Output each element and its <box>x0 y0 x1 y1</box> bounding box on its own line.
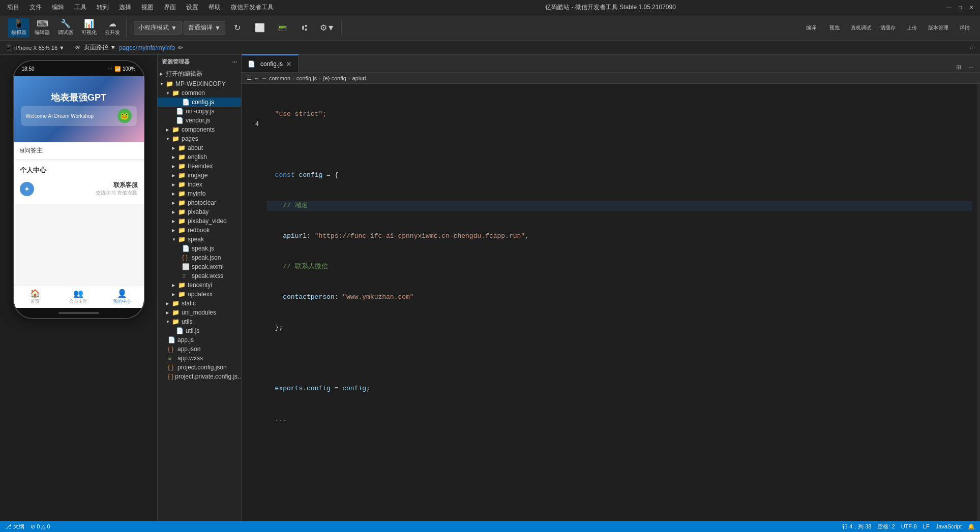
tree-file-configjs[interactable]: 📄 config.js <box>158 98 241 107</box>
menu-file[interactable]: 文件 <box>27 2 44 13</box>
menu-edit[interactable]: 编辑 <box>50 2 66 13</box>
translate-button[interactable]: 编译 <box>801 23 821 33</box>
status-line-ending[interactable]: LF <box>923 523 930 529</box>
menu-wechat[interactable]: 微信开发者工具 <box>229 2 276 13</box>
menu-goto[interactable]: 转到 <box>95 2 111 13</box>
device-selector[interactable]: 📱 iPhone X 85% 16 ▼ <box>5 44 65 51</box>
breadcrumb-arrow-left[interactable]: ← <box>254 75 259 81</box>
more-dots: ··· <box>970 44 975 51</box>
tree-file-speakjs[interactable]: 📄 speak.js <box>158 244 241 253</box>
tree-file-speakjson[interactable]: { } speak.json <box>158 253 241 262</box>
preview-button[interactable]: 预览 <box>824 23 845 33</box>
visual-button[interactable]: 📊 可视化 <box>78 18 100 38</box>
status-encoding[interactable]: UTF-8 <box>901 523 917 529</box>
upload-button[interactable]: 上传 <box>902 23 922 33</box>
breadcrumb-part4[interactable]: apiurl <box>352 75 366 81</box>
tree-folder-pages[interactable]: ▼ 📁 pages <box>158 134 241 143</box>
more-button[interactable]: ⚙▼ <box>317 22 338 34</box>
tree-folder-english[interactable]: ▶ 📁 english <box>158 152 241 162</box>
tree-folder-static[interactable]: ▶ 📁 static <box>158 299 241 308</box>
tab-close-button[interactable]: ✕ <box>286 60 292 68</box>
tree-folder-freeindex[interactable]: ▶ 📁 freeindex <box>158 162 241 171</box>
tree-file-speakwxss[interactable]: ≡ speak.wxss <box>158 271 241 280</box>
menu-help[interactable]: 帮助 <box>206 2 223 13</box>
tree-folder-components[interactable]: ▶ 📁 components <box>158 125 241 134</box>
main-layout: 18:50 ··· 📶 100% 地表最强GPT Welcome AI Drea… <box>0 55 980 521</box>
tree-file-project-private[interactable]: { } project.private.config.js... <box>158 372 241 381</box>
tree-file-appwxss[interactable]: ≡ app.wxss <box>158 354 241 363</box>
tree-folder-utils[interactable]: ▼ 📁 utils <box>158 317 241 326</box>
menu-view[interactable]: 视图 <box>139 2 156 13</box>
tab-home[interactable]: 🏠 首页 <box>14 288 57 306</box>
menu-select[interactable]: 选择 <box>117 2 133 13</box>
tree-folder-index[interactable]: ▶ 📁 index <box>158 180 241 189</box>
tree-opened-editors[interactable]: ▶ 打开的编辑器 <box>158 69 241 79</box>
tab-configjs[interactable]: 📄 config.js ✕ <box>242 54 299 72</box>
simulator-button[interactable]: 📱 模拟器 <box>8 18 29 38</box>
status-line-col[interactable]: 行 4，列 38 <box>842 523 871 530</box>
menu-project[interactable]: 项目 <box>5 2 21 13</box>
tree-folder-photoclear[interactable]: ▶ 📁 photoclear <box>158 198 241 207</box>
code-editor[interactable]: 4 "use strict"; const config = { <box>242 84 980 521</box>
branch-button[interactable]: ⑆ <box>294 22 315 34</box>
status-spaces[interactable]: 空格: 2 <box>877 523 895 530</box>
maximize-button[interactable]: □ <box>957 4 964 11</box>
cloud-button[interactable]: ☁ 云开发 <box>102 18 123 38</box>
code-line-5: apiurl : "https://func-ifc-ai-cpnnyxiwmc… <box>267 231 972 241</box>
breadcrumb-nav-back[interactable]: ☰ <box>247 75 252 81</box>
line-num-3 <box>242 109 259 119</box>
editor-more-button[interactable]: ··· <box>966 62 976 72</box>
debug-button[interactable]: 🔧 调试器 <box>55 18 76 38</box>
version-button[interactable]: 版本管理 <box>925 23 952 33</box>
tree-project-root[interactable]: ▼ 📁 MP-WEIXINCOPY <box>158 79 241 88</box>
tree-folder-about[interactable]: ▶ 📁 about <box>158 143 241 152</box>
tree-file-utiljs[interactable]: 📄 util.js <box>158 326 241 335</box>
tree-file-vendorjs[interactable]: 📄 vendor.js <box>158 116 241 125</box>
arrow-tencentyi: ▶ <box>172 283 178 288</box>
close-button[interactable]: ✕ <box>968 4 975 11</box>
breadcrumb-arrow-right[interactable]: → <box>261 75 267 81</box>
tree-folder-pixabay[interactable]: ▶ 📁 pixabay <box>158 207 241 216</box>
split-editor-button[interactable]: ⊞ <box>954 62 964 72</box>
menu-settings[interactable]: 设置 <box>184 2 200 13</box>
tree-file-speakwxml[interactable]: ⬜ speak.wxml <box>158 262 241 271</box>
file-icon-appjs: 📄 <box>168 336 176 343</box>
status-language[interactable]: JavaScript <box>936 523 962 529</box>
phone-screen: 地表最强GPT Welcome AI Dream Workshop 🐸 ai问答… <box>14 76 144 308</box>
tab-vip[interactable]: 👥 会员专区 <box>57 288 100 306</box>
device-icon2: 📱 <box>5 44 12 51</box>
device-button[interactable]: 📟 <box>272 22 292 34</box>
welcome-text: Welcome AI Dream Workshop <box>26 113 94 119</box>
tree-file-project-config[interactable]: { } project.config.json <box>158 363 241 372</box>
mode-dropdown[interactable]: 小程序模式 ▼ <box>134 21 182 35</box>
minimize-button[interactable]: — <box>945 4 953 11</box>
detail-button[interactable]: 详情 <box>955 23 975 33</box>
tree-file-unicopyjs[interactable]: 📄 uni-copy.js <box>158 107 241 116</box>
tree-folder-pixabay-video[interactable]: ▶ 📁 pixabay_video <box>158 216 241 226</box>
tree-file-appjs[interactable]: 📄 app.js <box>158 335 241 345</box>
tree-folder-tencentyi[interactable]: ▶ 📁 tencentyi <box>158 280 241 290</box>
tab-mine[interactable]: 👤 我的中心 <box>100 288 143 306</box>
menu-interface[interactable]: 界面 <box>162 2 178 13</box>
tree-folder-updatexx[interactable]: ▶ 📁 updatexx <box>158 290 241 299</box>
real-debug-button[interactable]: 真机调试 <box>848 23 874 33</box>
code-content[interactable]: "use strict"; const config = { // 域名 api… <box>262 84 977 521</box>
clear-button[interactable]: 清缓存 <box>877 23 899 33</box>
breadcrumb-part2[interactable]: config.js <box>296 75 317 81</box>
tree-folder-myinfo[interactable]: ▶ 📁 myinfo <box>158 189 241 198</box>
editor-button[interactable]: ⌨ 编辑器 <box>32 18 53 38</box>
refresh-button[interactable]: ↻ <box>227 22 248 34</box>
status-branch[interactable]: ⎇ 大纲 <box>5 523 24 530</box>
tree-folder-redbook[interactable]: ▶ 📁 redbook <box>158 226 241 235</box>
tree-file-appjson[interactable]: { } app.json <box>158 345 241 354</box>
tree-folder-imgage[interactable]: ▶ 📁 imgage <box>158 171 241 180</box>
tree-folder-speak[interactable]: ▼ 📁 speak <box>158 235 241 244</box>
tree-folder-uni-modules[interactable]: ▶ 📁 uni_modules <box>158 308 241 317</box>
compile-dropdown[interactable]: 普通编译 ▼ <box>184 21 225 35</box>
more-icon2[interactable]: ··· <box>232 59 237 65</box>
menu-tools[interactable]: 工具 <box>72 2 88 13</box>
qr-button[interactable]: ⬜ <box>250 22 270 34</box>
breadcrumb-part3[interactable]: {e} config <box>323 75 346 81</box>
breadcrumb-part1[interactable]: common <box>269 75 290 81</box>
tree-folder-common[interactable]: ▼ 📁 common <box>158 88 241 98</box>
